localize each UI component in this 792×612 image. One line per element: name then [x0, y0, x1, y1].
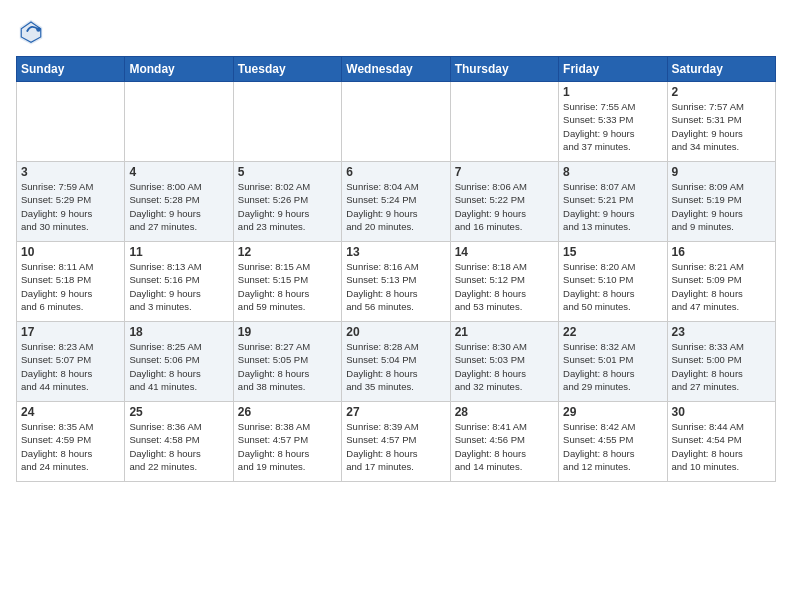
day-info: Sunrise: 8:27 AM Sunset: 5:05 PM Dayligh… [238, 340, 337, 393]
days-header-row: SundayMondayTuesdayWednesdayThursdayFrid… [17, 57, 776, 82]
day-info: Sunrise: 8:00 AM Sunset: 5:28 PM Dayligh… [129, 180, 228, 233]
day-cell: 28Sunrise: 8:41 AM Sunset: 4:56 PM Dayli… [450, 402, 558, 482]
day-info: Sunrise: 8:20 AM Sunset: 5:10 PM Dayligh… [563, 260, 662, 313]
day-number: 17 [21, 325, 120, 339]
day-info: Sunrise: 8:25 AM Sunset: 5:06 PM Dayligh… [129, 340, 228, 393]
day-number: 16 [672, 245, 771, 259]
day-cell: 26Sunrise: 8:38 AM Sunset: 4:57 PM Dayli… [233, 402, 341, 482]
day-cell: 7Sunrise: 8:06 AM Sunset: 5:22 PM Daylig… [450, 162, 558, 242]
day-number: 22 [563, 325, 662, 339]
day-cell [450, 82, 558, 162]
day-cell [342, 82, 450, 162]
week-row-2: 3Sunrise: 7:59 AM Sunset: 5:29 PM Daylig… [17, 162, 776, 242]
day-info: Sunrise: 8:23 AM Sunset: 5:07 PM Dayligh… [21, 340, 120, 393]
day-number: 30 [672, 405, 771, 419]
day-header-wednesday: Wednesday [342, 57, 450, 82]
week-row-4: 17Sunrise: 8:23 AM Sunset: 5:07 PM Dayli… [17, 322, 776, 402]
day-number: 6 [346, 165, 445, 179]
day-info: Sunrise: 8:02 AM Sunset: 5:26 PM Dayligh… [238, 180, 337, 233]
day-info: Sunrise: 8:28 AM Sunset: 5:04 PM Dayligh… [346, 340, 445, 393]
day-cell [233, 82, 341, 162]
day-cell: 2Sunrise: 7:57 AM Sunset: 5:31 PM Daylig… [667, 82, 775, 162]
day-header-saturday: Saturday [667, 57, 775, 82]
day-cell [125, 82, 233, 162]
day-number: 3 [21, 165, 120, 179]
day-number: 26 [238, 405, 337, 419]
day-cell: 14Sunrise: 8:18 AM Sunset: 5:12 PM Dayli… [450, 242, 558, 322]
day-number: 12 [238, 245, 337, 259]
day-number: 11 [129, 245, 228, 259]
day-number: 14 [455, 245, 554, 259]
day-info: Sunrise: 8:42 AM Sunset: 4:55 PM Dayligh… [563, 420, 662, 473]
day-number: 7 [455, 165, 554, 179]
day-number: 13 [346, 245, 445, 259]
day-info: Sunrise: 8:18 AM Sunset: 5:12 PM Dayligh… [455, 260, 554, 313]
day-number: 23 [672, 325, 771, 339]
day-cell: 3Sunrise: 7:59 AM Sunset: 5:29 PM Daylig… [17, 162, 125, 242]
day-number: 21 [455, 325, 554, 339]
svg-point-2 [36, 27, 41, 32]
day-info: Sunrise: 8:07 AM Sunset: 5:21 PM Dayligh… [563, 180, 662, 233]
day-cell: 5Sunrise: 8:02 AM Sunset: 5:26 PM Daylig… [233, 162, 341, 242]
day-header-thursday: Thursday [450, 57, 558, 82]
day-number: 1 [563, 85, 662, 99]
day-number: 20 [346, 325, 445, 339]
day-info: Sunrise: 7:59 AM Sunset: 5:29 PM Dayligh… [21, 180, 120, 233]
day-cell: 20Sunrise: 8:28 AM Sunset: 5:04 PM Dayli… [342, 322, 450, 402]
calendar-table: SundayMondayTuesdayWednesdayThursdayFrid… [16, 56, 776, 482]
logo-icon [16, 16, 46, 46]
week-row-5: 24Sunrise: 8:35 AM Sunset: 4:59 PM Dayli… [17, 402, 776, 482]
day-cell: 19Sunrise: 8:27 AM Sunset: 5:05 PM Dayli… [233, 322, 341, 402]
day-cell: 9Sunrise: 8:09 AM Sunset: 5:19 PM Daylig… [667, 162, 775, 242]
day-cell: 10Sunrise: 8:11 AM Sunset: 5:18 PM Dayli… [17, 242, 125, 322]
day-number: 10 [21, 245, 120, 259]
day-header-friday: Friday [559, 57, 667, 82]
day-info: Sunrise: 8:32 AM Sunset: 5:01 PM Dayligh… [563, 340, 662, 393]
svg-marker-0 [20, 20, 43, 45]
day-number: 4 [129, 165, 228, 179]
day-cell: 24Sunrise: 8:35 AM Sunset: 4:59 PM Dayli… [17, 402, 125, 482]
header [16, 16, 776, 46]
day-cell: 1Sunrise: 7:55 AM Sunset: 5:33 PM Daylig… [559, 82, 667, 162]
day-info: Sunrise: 8:39 AM Sunset: 4:57 PM Dayligh… [346, 420, 445, 473]
day-info: Sunrise: 8:44 AM Sunset: 4:54 PM Dayligh… [672, 420, 771, 473]
day-info: Sunrise: 8:09 AM Sunset: 5:19 PM Dayligh… [672, 180, 771, 233]
week-row-1: 1Sunrise: 7:55 AM Sunset: 5:33 PM Daylig… [17, 82, 776, 162]
day-cell: 23Sunrise: 8:33 AM Sunset: 5:00 PM Dayli… [667, 322, 775, 402]
day-cell: 17Sunrise: 8:23 AM Sunset: 5:07 PM Dayli… [17, 322, 125, 402]
day-number: 24 [21, 405, 120, 419]
day-info: Sunrise: 8:35 AM Sunset: 4:59 PM Dayligh… [21, 420, 120, 473]
day-cell: 25Sunrise: 8:36 AM Sunset: 4:58 PM Dayli… [125, 402, 233, 482]
day-number: 29 [563, 405, 662, 419]
day-number: 2 [672, 85, 771, 99]
day-cell: 6Sunrise: 8:04 AM Sunset: 5:24 PM Daylig… [342, 162, 450, 242]
day-number: 15 [563, 245, 662, 259]
day-info: Sunrise: 8:30 AM Sunset: 5:03 PM Dayligh… [455, 340, 554, 393]
day-header-sunday: Sunday [17, 57, 125, 82]
logo [16, 16, 50, 46]
page: SundayMondayTuesdayWednesdayThursdayFrid… [0, 0, 792, 612]
day-number: 19 [238, 325, 337, 339]
day-number: 5 [238, 165, 337, 179]
day-info: Sunrise: 8:16 AM Sunset: 5:13 PM Dayligh… [346, 260, 445, 313]
day-header-monday: Monday [125, 57, 233, 82]
day-number: 8 [563, 165, 662, 179]
day-cell: 27Sunrise: 8:39 AM Sunset: 4:57 PM Dayli… [342, 402, 450, 482]
day-cell: 16Sunrise: 8:21 AM Sunset: 5:09 PM Dayli… [667, 242, 775, 322]
day-number: 18 [129, 325, 228, 339]
day-info: Sunrise: 8:15 AM Sunset: 5:15 PM Dayligh… [238, 260, 337, 313]
day-info: Sunrise: 8:13 AM Sunset: 5:16 PM Dayligh… [129, 260, 228, 313]
day-cell: 4Sunrise: 8:00 AM Sunset: 5:28 PM Daylig… [125, 162, 233, 242]
day-info: Sunrise: 7:57 AM Sunset: 5:31 PM Dayligh… [672, 100, 771, 153]
day-cell: 8Sunrise: 8:07 AM Sunset: 5:21 PM Daylig… [559, 162, 667, 242]
day-info: Sunrise: 8:21 AM Sunset: 5:09 PM Dayligh… [672, 260, 771, 313]
day-info: Sunrise: 8:04 AM Sunset: 5:24 PM Dayligh… [346, 180, 445, 233]
week-row-3: 10Sunrise: 8:11 AM Sunset: 5:18 PM Dayli… [17, 242, 776, 322]
day-cell: 22Sunrise: 8:32 AM Sunset: 5:01 PM Dayli… [559, 322, 667, 402]
day-cell [17, 82, 125, 162]
day-info: Sunrise: 7:55 AM Sunset: 5:33 PM Dayligh… [563, 100, 662, 153]
day-cell: 21Sunrise: 8:30 AM Sunset: 5:03 PM Dayli… [450, 322, 558, 402]
day-number: 9 [672, 165, 771, 179]
day-info: Sunrise: 8:38 AM Sunset: 4:57 PM Dayligh… [238, 420, 337, 473]
day-cell: 18Sunrise: 8:25 AM Sunset: 5:06 PM Dayli… [125, 322, 233, 402]
